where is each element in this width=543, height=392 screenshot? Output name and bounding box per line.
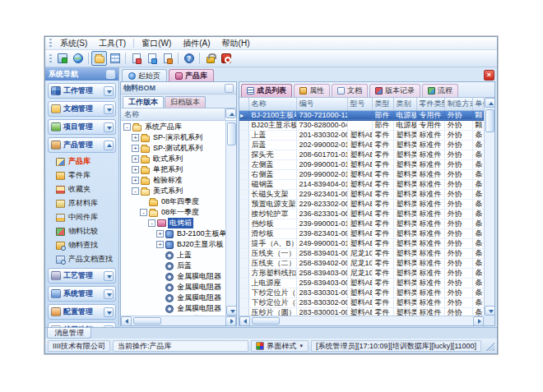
table-row[interactable]: 探头壳 208-601701-01E 塑料ABS 零件 塑料类 标准件 外协 条: [239, 150, 484, 159]
sidebar-item-product-library[interactable]: 产品库: [56, 156, 116, 167]
table-row[interactable]: 磁钢盖 214-839404-01E 塑料ABS 零件 塑料类 标准件 外协 条: [239, 179, 484, 189]
expander-icon[interactable]: +: [132, 166, 139, 173]
screen-icon[interactable]: [54, 51, 70, 66]
table-row[interactable]: 压纱片（圆） 283-830001-00E 塑料ABS 零件 塑料类 标准件 外…: [239, 307, 484, 316]
tree-node[interactable]: + SP-演示机系列: [121, 132, 225, 143]
tree-node[interactable]: - 系统产品库: [121, 122, 225, 132]
expander-icon[interactable]: [156, 284, 164, 291]
sidebar-options-button[interactable]: [106, 70, 115, 79]
scrollbar-thumb[interactable]: [227, 122, 236, 145]
expander-icon[interactable]: [156, 305, 164, 312]
scroll-right-icon[interactable]: [473, 316, 484, 326]
scrollbar-thumb[interactable]: [252, 317, 280, 325]
expander-icon[interactable]: -: [148, 219, 155, 227]
chevron-icon[interactable]: [104, 104, 114, 114]
tree-node[interactable]: 金属膜电阻器: [121, 293, 225, 303]
scrollbar-thumb[interactable]: [485, 109, 494, 132]
expander-icon[interactable]: +: [156, 241, 164, 248]
tab-member-list[interactable]: 成员列表: [241, 84, 292, 97]
tab-workflow[interactable]: 流程: [422, 84, 458, 97]
menu-item[interactable]: 工具(T): [93, 37, 132, 50]
tree-node[interactable]: - 美式系列: [121, 186, 225, 196]
table-vertical-scrollbar[interactable]: [484, 98, 494, 316]
scroll-up-icon[interactable]: [225, 108, 236, 118]
table-row[interactable]: 右侧盖 209-990002-01E 塑料ABS 零件 塑料类 标准件 外协 条: [239, 169, 484, 179]
expander-icon[interactable]: +: [132, 177, 139, 184]
table-row[interactable]: 方形塑料线扣 258-839403-00E 尼龙1010 零件 塑料类 标准件 …: [239, 268, 484, 278]
table-row[interactable]: 下纱定位片（左） 283-830301-00E 塑料ABS 零件 塑料类 标准件…: [239, 288, 484, 297]
expander-icon[interactable]: +: [132, 134, 139, 141]
tree-horizontal-scrollbar[interactable]: [121, 316, 236, 325]
sidebar-group-process[interactable]: 工艺管理: [48, 268, 116, 284]
table-row[interactable]: 下纱定位片（右） 283-830302-00E 塑料ABS 零件 塑料类 标准件…: [239, 297, 484, 307]
tree-node[interactable]: - 08年一季度: [121, 207, 225, 218]
tree-node[interactable]: + BJ-2100主板单点: [121, 228, 225, 239]
sidebar-group-document[interactable]: 文档管理: [48, 101, 116, 117]
table-row[interactable]: 上盖 201-830302-00E 塑料ABS 零件 塑料类 标准件 外协 条: [239, 130, 484, 140]
expander-icon[interactable]: -: [140, 209, 147, 216]
table-row[interactable]: 压线夹（一） 258-839401-00E 尼龙1010 零件 塑料类 标准件 …: [239, 248, 484, 258]
tree-node[interactable]: + 检验标准: [121, 175, 225, 186]
expander-icon[interactable]: +: [132, 155, 139, 163]
expander-icon[interactable]: [140, 198, 147, 205]
tree-node[interactable]: 上盖: [121, 250, 225, 261]
menu-item[interactable]: 帮助(H): [216, 37, 256, 50]
column-header[interactable]: 零件类型: [416, 98, 444, 110]
scrollbar-thumb[interactable]: [133, 317, 161, 325]
scroll-down-icon[interactable]: [226, 306, 237, 316]
expander-icon[interactable]: -: [123, 123, 131, 131]
sidebar-group-work[interactable]: 工作管理: [48, 83, 116, 99]
table-row[interactable]: 压线夹（二） 258-839402-00E 尼龙1010 零件 塑料类 标准件 …: [239, 258, 484, 268]
table-row[interactable]: 上电源座 259-839403-00E 塑料ABS 零件 塑料类 标准件 外协 …: [239, 278, 484, 288]
scroll-up-icon[interactable]: [485, 98, 494, 108]
scroll-left-icon[interactable]: [239, 316, 250, 326]
tab-version-history[interactable]: 版本记录: [369, 84, 420, 97]
sidebar-group-configuration[interactable]: 配置管理: [48, 304, 116, 320]
delete-doc-icon[interactable]: [160, 51, 175, 66]
expander-icon[interactable]: [156, 262, 164, 270]
tab-properties[interactable]: 属性: [294, 84, 330, 97]
open-folder-icon[interactable]: [91, 51, 107, 66]
column-name[interactable]: 名称: [121, 108, 225, 120]
menu-item[interactable]: 插件(A): [177, 37, 216, 50]
tree-node[interactable]: + BJ20主显示板: [121, 239, 225, 250]
tab-product-library[interactable]: 产品库: [169, 69, 214, 81]
globe-icon[interactable]: [70, 51, 86, 66]
tab-message-management[interactable]: 消息管理: [47, 328, 91, 339]
resize-grip[interactable]: [485, 341, 494, 351]
new-doc-icon[interactable]: [128, 51, 144, 66]
tree-node[interactable]: + 欧式系列: [121, 154, 225, 164]
sidebar-group-project[interactable]: 项目管理: [48, 119, 116, 135]
tree-node[interactable]: 金属膜电阻器: [121, 282, 225, 293]
report-grid-icon[interactable]: [107, 51, 123, 66]
chevron-icon[interactable]: [104, 307, 114, 317]
expander-icon[interactable]: [156, 251, 164, 259]
help-icon[interactable]: ?: [181, 51, 197, 66]
sidebar-item-raw-material-library[interactable]: 原材料库: [56, 198, 116, 209]
sidebar-item-product-doc-search[interactable]: 产品文档查找: [56, 254, 116, 265]
menubar-grip[interactable]: [49, 39, 52, 48]
tree-node[interactable]: 08年四季度: [121, 196, 225, 207]
pin-button[interactable]: [225, 84, 234, 93]
close-tab-button[interactable]: ×: [484, 70, 494, 81]
sidebar-item-intermediate-library[interactable]: 中间件库: [56, 212, 116, 223]
scroll-down-icon[interactable]: [485, 306, 494, 316]
ui-style-dropdown[interactable]: 界面样式 ▼: [251, 340, 309, 352]
chevron-icon[interactable]: [104, 271, 114, 281]
scroll-right-icon[interactable]: [225, 316, 236, 326]
tab-start-page[interactable]: 起始页: [122, 69, 167, 81]
sidebar-group-system[interactable]: 系统管理: [48, 286, 116, 302]
tree-vertical-scrollbar[interactable]: [225, 121, 236, 316]
chevron-icon[interactable]: [104, 325, 114, 328]
menu-item[interactable]: 系统(S): [54, 37, 93, 50]
tree-node[interactable]: 金属膜电阻器: [121, 271, 225, 282]
chevron-icon[interactable]: [104, 122, 114, 132]
column-header[interactable]: 制造方式: [444, 98, 472, 110]
chevron-icon[interactable]: [104, 141, 114, 150]
column-header[interactable]: 编号: [296, 98, 347, 110]
tree-node[interactable]: + 单把系列: [121, 164, 225, 175]
tree-node[interactable]: 金属膜电阻器: [121, 303, 225, 314]
table-row[interactable]: 预置电源支架 229-823302-00E 塑料ABS 零件 塑料类 标准件 外…: [239, 199, 484, 209]
table-row[interactable]: 提手（A、B） 249-990001-01E 塑料ABS 零件 塑料类 标准件 …: [239, 238, 484, 248]
menu-item[interactable]: 窗口(W): [136, 37, 177, 50]
